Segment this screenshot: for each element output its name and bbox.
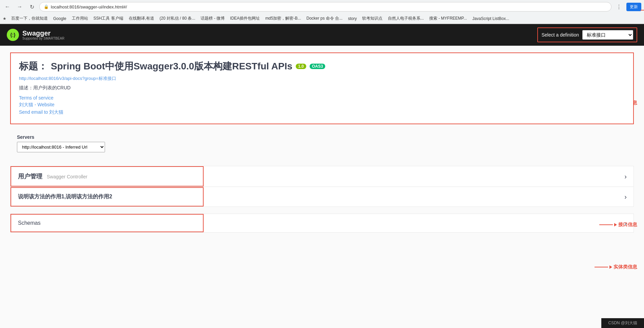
bookmark-mail[interactable]: (20 封私信 / 80 条... [158,15,197,22]
terms-of-service-link[interactable]: Terms of service [19,95,625,101]
method-description-left[interactable]: 说明该方法的作用1,说明该方法的作用2 [11,187,204,206]
swagger-logo-sub: Supported by SMARTBEAR [22,37,64,40]
bookmarks-bar: ★ 百度一下，你就知道 Google 工作用站 SSH工具 客户端 在线翻译,有… [0,14,644,24]
interface-info-annotation: 接口信息 [599,222,637,228]
address-bar[interactable]: 🔒 localhost:8016/swagger-ui/index.html#/ [39,2,611,12]
schemas-left[interactable]: Schemas [11,214,204,232]
method-description-text: 说明该方法的作用1,说明该方法的作用2 [18,193,196,200]
bookmark-exam[interactable]: 软考知识点 [360,15,385,22]
extensions-button[interactable]: ⋮ [614,2,624,12]
user-management-expand[interactable]: › [204,166,633,187]
schemas-title: Schemas [18,220,196,226]
interface-info-annotation-label: 接口信息 [618,222,637,228]
servers-label: Servers [17,134,627,140]
swagger-logo-text: Swagger [22,29,50,37]
footer-bar: CSDN @刘大猫 [601,318,644,328]
api-docs-url[interactable]: http://localhost:8016/v3/api-docs?group=… [19,75,625,82]
swagger-logo: {:} Swagger Supported by SMARTBEAR [7,29,64,41]
bookmark-idea[interactable]: IDEA插件包网址 [228,15,262,22]
info-title: 标题：Spring Boot中使用Swagger3.0.0版本构建RESTful… [19,60,625,73]
title-main: Spring Boot中使用Swagger3.0.0版本构建RESTful AP… [51,60,292,73]
bookmark-tax[interactable]: 自然人电子税务系... [386,15,426,22]
bookmark-translate[interactable]: 在线翻译,有道 [127,15,156,22]
user-management-chevron: › [624,173,627,180]
reload-button[interactable]: ↻ [27,2,37,12]
website-link[interactable]: 刘大猫 - Website [19,102,625,108]
user-management-left[interactable]: 用户管理 Swagger Controller [11,166,204,187]
schemas-row: Schemas › [10,214,634,233]
user-management-row: 用户管理 Swagger Controller › [10,166,634,187]
bookmark-ssh[interactable]: SSH工具 客户端 [91,15,125,22]
oas3-badge: OAS3 [310,64,326,69]
servers-section: Servers http://localhost:8016 - Inferred… [10,134,634,159]
version-badge: 1.0 [296,64,306,69]
user-management-title: 用户管理 Swagger Controller [18,172,196,180]
method-description-row: 说明该方法的作用1,说明该方法的作用2 › [10,187,634,207]
method-description-expand[interactable]: › [204,187,633,206]
bookmark-work[interactable]: 工作用站 [70,15,90,22]
info-description: 描述：用户列表的CRUD [19,85,625,91]
update-button[interactable]: 更新 [626,3,641,11]
footer-text: CSDN @刘大猫 [608,321,637,325]
swagger-header: {:} Swagger Supported by SMARTBEAR 组 Sel… [0,24,644,46]
back-button[interactable]: ← [3,2,12,12]
bookmark-search[interactable]: 搜索 - MYFREEMP... [427,15,469,22]
swagger-logo-icon: {:} [7,29,19,41]
title-prefix: 标题： [19,60,47,73]
definition-select[interactable]: 标准接口 [582,30,633,40]
desc-prefix: 描述： [19,85,33,90]
user-management-subtitle: Swagger Controller [47,174,87,179]
bookmark-md5[interactable]: md5加密，解密-B... [263,15,303,22]
entity-info-annotation: 实体类信息 [595,264,637,270]
bookmark-weibo[interactable]: 话题榜 - 微博 [199,15,227,22]
bookmark-docker[interactable]: Docker ps 命令 合... [304,15,345,22]
bookmark-js[interactable]: JavaScript ListBox... [470,16,511,22]
bookmark-baidu[interactable]: 百度一下，你就知道 [9,15,50,22]
select-definition-label: Select a definition [541,32,579,38]
method-description-chevron: › [624,193,627,201]
entity-info-annotation-label: 实体类信息 [614,264,637,270]
bookmark-story[interactable]: story [346,16,359,22]
desc-text: 用户列表的CRUD [33,85,70,90]
forward-button[interactable]: → [15,2,24,12]
bookmark-google[interactable]: Google [51,16,68,22]
url-text: localhost:8016/swagger-ui/index.html#/ [51,4,127,9]
email-link[interactable]: Send email to 刘大猫 [19,109,625,115]
definition-selector-container: Select a definition 标准接口 [537,27,637,42]
schemas-expand[interactable]: › [204,214,633,232]
servers-select[interactable]: http://localhost:8016 - Inferred Url [17,142,105,152]
info-block: 标题：Spring Boot中使用Swagger3.0.0版本构建RESTful… [10,52,634,124]
